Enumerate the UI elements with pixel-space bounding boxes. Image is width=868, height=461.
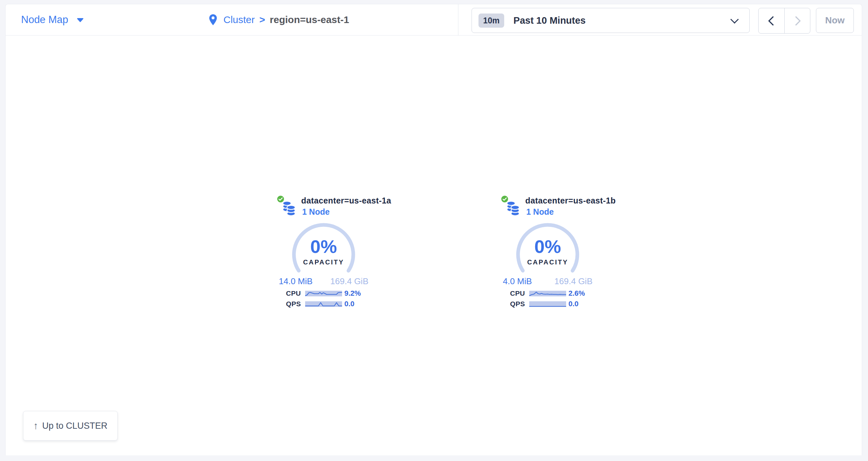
capacity-gauge: 0% CAPACITY (284, 223, 363, 277)
cpu-label: CPU (508, 290, 525, 297)
qps-value: 0.0 (344, 300, 366, 308)
chevron-right-icon (791, 16, 801, 26)
database-stack-icon (282, 200, 296, 216)
chevron-left-icon (768, 16, 778, 26)
cpu-label: CPU (284, 290, 301, 297)
cpu-value: 2.6% (568, 289, 590, 298)
database-stack-icon (506, 200, 520, 216)
capacity-total: 169.4 GiB (330, 276, 368, 287)
capacity-used: 14.0 MiB (279, 276, 313, 287)
qps-label: QPS (508, 300, 525, 308)
capacity-percent: 0% (534, 237, 561, 256)
capacity-total: 169.4 GiB (554, 276, 592, 287)
qps-label: QPS (284, 300, 301, 308)
time-range-badge: 10m (478, 13, 504, 28)
time-nav-group (758, 8, 810, 34)
caret-down-icon (77, 18, 84, 22)
time-range-dropdown[interactable]: 10m Past 10 Minutes (471, 8, 750, 33)
locality-card[interactable]: datacenter=us-east-1a 1 Node 0% CAPACITY… (269, 194, 378, 310)
locality-header: datacenter=us-east-1a 1 Node (269, 194, 378, 222)
cpu-sparkline (529, 291, 566, 296)
now-button[interactable]: Now (816, 8, 854, 33)
locality-name: datacenter=us-east-1b (525, 196, 616, 205)
chevron-down-icon (730, 15, 739, 23)
breadcrumb: Cluster > region=us-east-1 (209, 4, 349, 35)
cpu-sparkline (305, 291, 342, 296)
capacity-used: 4.0 MiB (503, 276, 532, 287)
location-pin-icon (209, 14, 217, 25)
capacity-gauge: 0% CAPACITY (508, 223, 587, 277)
qps-row: QPS 0.0 (284, 300, 378, 306)
locality-node-count: 1 Node (302, 207, 330, 217)
breadcrumb-cluster-link[interactable]: Cluster (223, 14, 255, 25)
qps-row: QPS 0.0 (508, 300, 602, 306)
capacity-values: 14.0 MiB 169.4 GiB (279, 276, 368, 287)
qps-sparkline (305, 301, 342, 307)
qps-sparkline (529, 301, 566, 307)
locality-stats: CPU 2.6% QPS 0.0 (508, 289, 602, 306)
breadcrumb-separator: > (259, 14, 265, 25)
capacity-values: 4.0 MiB 169.4 GiB (503, 276, 592, 287)
up-to-cluster-label: Up to CLUSTER (42, 421, 107, 431)
locality-name: datacenter=us-east-1a (301, 196, 391, 205)
capacity-caption: CAPACITY (303, 259, 344, 266)
node-map-page: Node Map Cluster > region=us-east-1 10m … (0, 0, 868, 461)
capacity-caption: CAPACITY (527, 259, 568, 266)
view-selector[interactable]: Node Map (21, 4, 84, 35)
locality-header: datacenter=us-east-1b 1 Node (493, 194, 602, 222)
capacity-percent: 0% (310, 237, 337, 256)
time-range-label: Past 10 Minutes (514, 15, 586, 26)
breadcrumb-current: region=us-east-1 (270, 14, 349, 25)
locality-stats: CPU 9.2% QPS 0.0 (284, 289, 378, 306)
locality-card[interactable]: datacenter=us-east-1b 1 Node 0% CAPACITY… (493, 194, 602, 310)
cpu-row: CPU 9.2% (284, 289, 378, 296)
up-to-cluster-button[interactable]: ↑ Up to CLUSTER (23, 411, 118, 440)
locality-node-count: 1 Node (526, 207, 554, 217)
view-selector-label: Node Map (21, 14, 68, 26)
cpu-row: CPU 2.6% (508, 289, 602, 296)
qps-value: 0.0 (568, 300, 590, 308)
topbar: Node Map Cluster > region=us-east-1 10m … (6, 4, 862, 36)
app-panel: Node Map Cluster > region=us-east-1 10m … (5, 4, 862, 455)
time-next-button[interactable] (784, 8, 810, 33)
time-prev-button[interactable] (758, 8, 784, 33)
topbar-divider (458, 4, 458, 35)
cpu-value: 9.2% (344, 289, 366, 298)
arrow-up-icon: ↑ (33, 421, 38, 431)
